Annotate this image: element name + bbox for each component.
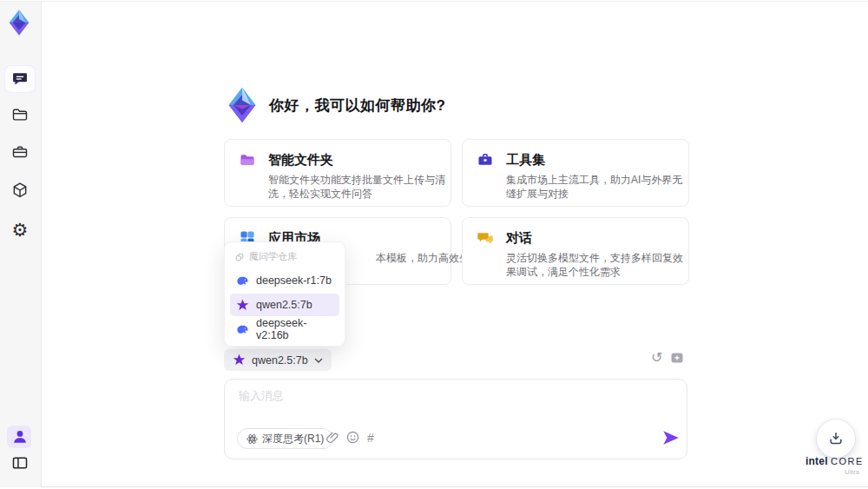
greeting-text: 你好，我可以如何帮助你? (269, 96, 445, 116)
card-title: 智能文件夹 (268, 152, 333, 169)
qwen-icon (233, 354, 246, 367)
card-description: 集成市场上主流工具，助力AI与外界无缝扩展与对接 (506, 173, 690, 201)
download-fab[interactable] (817, 420, 855, 458)
model-dropdown-header-label: 魔问学仓库 (249, 250, 297, 263)
sidebar-item-files[interactable] (10, 104, 30, 125)
composer-actions: # (326, 431, 374, 444)
model-option-deepseek-r1[interactable]: deepseek-r1:7b (230, 269, 339, 292)
message-input[interactable] (239, 388, 673, 423)
history-icon[interactable]: ↺ (651, 351, 662, 365)
briefcase-icon (11, 143, 29, 161)
model-option-label: deepseek-v2:16b (256, 317, 333, 341)
deepseek-icon (236, 323, 249, 336)
selected-model-label: qwen2.5:7b (252, 354, 308, 367)
new-chat-icon[interactable] (670, 351, 684, 365)
model-option-label: deepseek-r1:7b (256, 274, 332, 287)
send-icon (661, 428, 681, 447)
send-button[interactable] (661, 428, 681, 447)
sidebar-item-panel-toggle[interactable] (10, 453, 30, 473)
sidebar: ⚙ (0, 2, 42, 487)
card-title: 对话 (506, 230, 532, 247)
model-selector-button[interactable]: qwen2.5:7b (224, 349, 332, 371)
deepseek-icon (236, 274, 249, 287)
app-logo-icon (5, 9, 33, 36)
dialog-icon (477, 229, 494, 247)
download-icon (827, 430, 845, 447)
deep-think-toggle[interactable]: 深度思考(R1) (237, 428, 333, 449)
model-option-qwen[interactable]: qwen2.5:7b (230, 294, 339, 316)
prompt-tag-icon[interactable]: # (367, 432, 374, 444)
model-option-deepseek-v2[interactable]: deepseek-v2:16b (230, 318, 339, 340)
person-icon (12, 429, 28, 445)
intel-product-text: core (831, 456, 864, 466)
message-composer: 深度思考(R1) # (224, 379, 687, 459)
deep-think-label: 深度思考(R1) (262, 432, 324, 446)
qwen-icon (236, 299, 249, 312)
cube-icon (11, 182, 29, 199)
intel-tier-text: Ultra (806, 468, 859, 476)
smart-folder-icon (239, 151, 256, 169)
chat-icon (11, 70, 29, 88)
app-window: ⚙ 你好，我可以如何帮助你? 智能文件夹 (0, 0, 868, 489)
greeting-logo-icon (223, 86, 261, 124)
window-bottom-edge (0, 486, 868, 487)
intel-core-badge: intel core Ultra (806, 455, 859, 476)
sidebar-item-settings[interactable]: ⚙ (10, 219, 30, 240)
model-option-label: qwen2.5:7b (256, 299, 312, 311)
card-toolset[interactable]: 工具集 集成市场上主流工具，助力AI与外界无缝扩展与对接 (462, 139, 689, 207)
toolbox-icon (477, 151, 494, 169)
panel-icon (11, 454, 29, 472)
intel-brand-text: intel (806, 455, 828, 467)
window-top-edge (0, 1, 868, 2)
sidebar-item-toolbox[interactable] (10, 142, 30, 162)
card-smart-folder[interactable]: 智能文件夹 智能文件夹功能支持批量文件上传与清洗，轻松实现文件问答 (224, 139, 451, 207)
chevron-down-icon (314, 358, 323, 363)
card-description: 智能文件夹功能支持批量文件上传与清洗，轻松实现文件问答 (268, 173, 452, 201)
sidebar-item-profile[interactable] (10, 426, 30, 447)
card-dialog[interactable]: 对话 灵活切换多模型文件，支持多样回复效果调试，满足个性化需求 (462, 217, 689, 285)
card-description: 灵活切换多模型文件，支持多样回复效果调试，满足个性化需求 (506, 251, 690, 279)
folder-icon (11, 106, 29, 123)
gear-icon: ⚙ (12, 221, 29, 239)
card-title: 工具集 (506, 152, 545, 169)
model-dropdown-header: 魔问学仓库 (230, 248, 339, 268)
repo-icon (235, 253, 244, 261)
sidebar-item-chat[interactable] (10, 69, 30, 89)
conversation-tools: ↺ (651, 351, 684, 365)
sidebar-item-models[interactable] (10, 180, 30, 201)
emoji-icon[interactable] (346, 431, 359, 444)
attachment-icon[interactable] (326, 431, 339, 444)
model-dropdown: 魔问学仓库 deepseek-r1:7b qwen2.5:7b deepseek… (224, 241, 345, 347)
atom-icon (247, 433, 258, 445)
